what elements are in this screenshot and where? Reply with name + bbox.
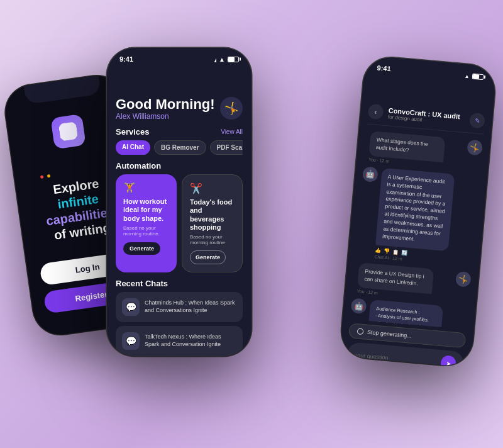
- automation-header: Automation: [116, 161, 243, 171]
- message-2-bubble: A User Experience audit is a systematic …: [375, 168, 455, 252]
- send-button[interactable]: ➤: [440, 355, 456, 367]
- thumbs-down-icon[interactable]: 👎: [384, 248, 390, 254]
- wifi-icon: ▲: [219, 56, 225, 63]
- user-name-text: Alex Williamson: [116, 112, 215, 121]
- greeting-row: Good Morning! Alex Williamson 🤸: [116, 97, 243, 121]
- message-3-row: Provide a UX Design tip i can share on L…: [352, 262, 472, 303]
- good-morning-text: Good Morning!: [116, 97, 215, 112]
- message-3-avatar: 🤸: [455, 271, 472, 287]
- app-logo: [50, 113, 86, 148]
- services-view-all[interactable]: View All: [221, 128, 243, 135]
- greeting-section: Good Morning! Alex Williamson 🤸: [116, 97, 243, 121]
- auto-card-workout: 🏋️ How workout ideal for my body shape. …: [116, 174, 177, 272]
- right-time: 9:41: [377, 64, 391, 72]
- services-title: Services: [116, 127, 150, 137]
- middle-phone-content: Good Morning! Alex Williamson 🤸 Services…: [107, 65, 252, 356]
- copy-icon[interactable]: 📋: [392, 249, 399, 255]
- phone-middle: 9:41 ▲ Good Morning!: [107, 48, 252, 356]
- chat-item-2-text: TalkTech Nexus : Where Ideas Spark and C…: [145, 333, 236, 348]
- back-button[interactable]: ‹: [368, 104, 384, 120]
- right-phone-content: ‹ ConvoCraft : UX audit for design audit…: [339, 73, 495, 368]
- auto-card-food: ✂️ Today's food and beverages shopping B…: [182, 174, 243, 272]
- chat-icon-2: 💬: [122, 332, 140, 350]
- refresh-icon[interactable]: 🔄: [401, 250, 408, 256]
- phone-right: 9:41 ▲ ‹ ConvoCraft : UX audit: [339, 55, 497, 367]
- chat-header-info: ConvoCraft : UX audit for design audit: [388, 106, 465, 126]
- explore-line1: Explore infinite capabilities of writing: [41, 174, 117, 243]
- chat-item-1-text: Chatminds Hub : When Ideas Spark and Con…: [145, 300, 236, 314]
- chat-item-2[interactable]: 💬 TalkTech Nexus : Where Ideas Spark and…: [116, 326, 243, 356]
- food-icon: ✂️: [190, 182, 235, 194]
- app-logo-inner: [58, 121, 79, 142]
- recent-chats-title: Recent Chats: [116, 279, 168, 288]
- message-2-row: 🤖 A User Experience audit is a systemati…: [355, 166, 480, 267]
- recent-chats-header: Recent Chats: [116, 279, 243, 288]
- edit-button[interactable]: ✎: [469, 113, 485, 129]
- stop-circle-icon: [357, 328, 364, 335]
- send-icon: ➤: [446, 359, 451, 367]
- chat-header: ‹ ConvoCraft : UX audit for design audit…: [367, 104, 485, 135]
- message-4-avatar: 🤖: [351, 298, 367, 314]
- chat-icon-1: 💬: [122, 298, 140, 316]
- food-generate-btn[interactable]: Generate: [190, 250, 226, 264]
- workout-subtitle: Based no your morning routine.: [123, 225, 169, 237]
- explore-text: Explore infinite capabilities of writing: [39, 161, 117, 244]
- message-1-avatar: 🤸: [467, 139, 483, 155]
- food-subtitle: Based no your morning routine: [190, 234, 235, 245]
- automation-title: Automation: [116, 161, 161, 171]
- thumbs-up-icon[interactable]: 👍: [375, 247, 382, 254]
- message-1-row: What stages does the audit include? You …: [364, 130, 484, 171]
- phones-container: Explore infinite capabilities of writing…: [6, 4, 497, 444]
- red-dot: [40, 175, 43, 179]
- yellow-dot: [47, 174, 50, 177]
- services-header: Services View All: [116, 127, 243, 137]
- messages-area: What stages does the audit include? You …: [350, 130, 484, 329]
- workout-title: How workout ideal for my body shape.: [123, 198, 169, 223]
- greeting-text: Good Morning! Alex Williamson: [116, 97, 215, 121]
- right-battery-icon: [472, 73, 484, 80]
- battery-icon: [228, 57, 239, 62]
- service-bg-remover[interactable]: BG Remover: [154, 140, 206, 155]
- food-title: Today's food and beverages shopping: [190, 198, 235, 232]
- chat-input-placeholder: your question: [354, 352, 389, 361]
- chat-item-1[interactable]: 💬 Chatminds Hub : When Ideas Spark and C…: [116, 292, 243, 322]
- workout-icon: 🏋️: [123, 182, 169, 194]
- service-ai-chat[interactable]: AI Chat: [116, 140, 150, 155]
- middle-phone-notch: [141, 48, 217, 67]
- services-row: AI Chat BG Remover PDF Scanner PI: [116, 140, 243, 155]
- workout-generate-btn[interactable]: Generate: [123, 242, 160, 255]
- user-avatar: 🤸: [220, 97, 243, 120]
- middle-time: 9:41: [119, 55, 133, 63]
- automation-grid: 🏋️ How workout ideal for my body shape. …: [116, 174, 243, 272]
- service-pdf-scanner[interactable]: PDF Scanner: [210, 140, 243, 155]
- message-2-avatar: 🤖: [362, 166, 379, 182]
